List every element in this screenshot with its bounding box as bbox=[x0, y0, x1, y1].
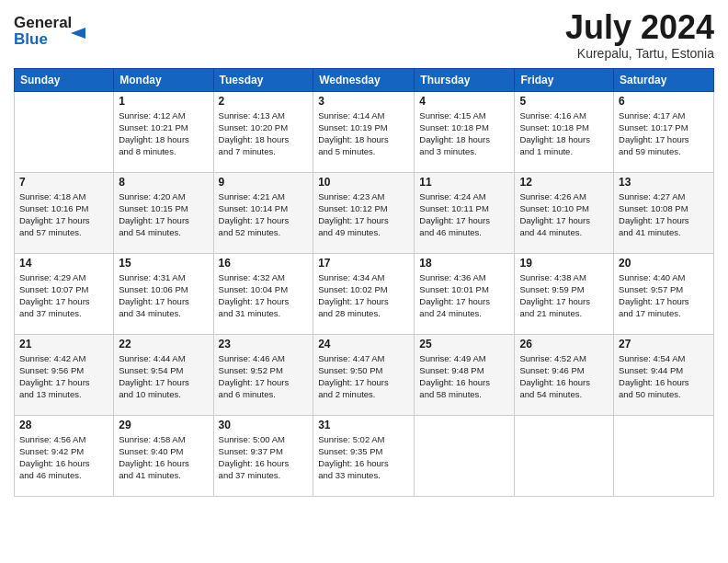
calendar-cell: 16Sunrise: 4:32 AM Sunset: 10:04 PM Dayl… bbox=[213, 253, 313, 334]
calendar-cell: 2Sunrise: 4:13 AM Sunset: 10:20 PM Dayli… bbox=[213, 91, 313, 172]
calendar-week-row: 28Sunrise: 4:56 AM Sunset: 9:42 PM Dayli… bbox=[15, 415, 714, 496]
day-number: 28 bbox=[19, 419, 108, 431]
calendar-week-row: 7Sunrise: 4:18 AM Sunset: 10:16 PM Dayli… bbox=[15, 172, 714, 253]
day-info: Sunrise: 4:29 AM Sunset: 10:07 PM Daylig… bbox=[19, 271, 108, 320]
calendar-body: 1Sunrise: 4:12 AM Sunset: 10:21 PM Dayli… bbox=[15, 91, 714, 496]
day-info: Sunrise: 4:58 AM Sunset: 9:40 PM Dayligh… bbox=[119, 433, 208, 482]
calendar-cell: 25Sunrise: 4:49 AM Sunset: 9:48 PM Dayli… bbox=[415, 334, 515, 415]
day-info: Sunrise: 4:27 AM Sunset: 10:08 PM Daylig… bbox=[619, 190, 709, 239]
col-saturday: Saturday bbox=[614, 68, 714, 91]
col-tuesday: Tuesday bbox=[213, 68, 313, 91]
month-year-title: July 2024 bbox=[565, 9, 714, 46]
day-info: Sunrise: 4:49 AM Sunset: 9:48 PM Dayligh… bbox=[419, 352, 509, 401]
day-info: Sunrise: 4:14 AM Sunset: 10:19 PM Daylig… bbox=[318, 109, 409, 158]
day-number: 15 bbox=[119, 257, 208, 270]
calendar-cell: 20Sunrise: 4:40 AM Sunset: 9:57 PM Dayli… bbox=[614, 253, 714, 334]
day-info: Sunrise: 4:15 AM Sunset: 10:18 PM Daylig… bbox=[419, 109, 509, 158]
calendar-cell: 30Sunrise: 5:00 AM Sunset: 9:37 PM Dayli… bbox=[213, 415, 313, 496]
day-info: Sunrise: 4:52 AM Sunset: 9:46 PM Dayligh… bbox=[519, 352, 609, 401]
day-number: 19 bbox=[519, 257, 609, 270]
day-number: 4 bbox=[419, 95, 509, 108]
logo-svg: General Blue bbox=[14, 9, 97, 50]
calendar-cell: 10Sunrise: 4:23 AM Sunset: 10:12 PM Dayl… bbox=[313, 172, 415, 253]
calendar-page: General Blue July 2024 Kurepalu, Tartu, … bbox=[0, 0, 728, 563]
calendar-cell: 31Sunrise: 5:02 AM Sunset: 9:35 PM Dayli… bbox=[313, 415, 415, 496]
day-number: 8 bbox=[119, 176, 208, 189]
day-info: Sunrise: 4:54 AM Sunset: 9:44 PM Dayligh… bbox=[619, 352, 709, 401]
day-number: 20 bbox=[619, 257, 709, 270]
col-friday: Friday bbox=[515, 68, 614, 91]
day-number: 12 bbox=[519, 176, 609, 189]
day-info: Sunrise: 4:46 AM Sunset: 9:52 PM Dayligh… bbox=[219, 352, 309, 401]
day-number: 31 bbox=[318, 419, 409, 431]
day-number: 2 bbox=[219, 95, 309, 108]
col-thursday: Thursday bbox=[415, 68, 515, 91]
day-number: 30 bbox=[219, 419, 309, 431]
calendar-cell: 4Sunrise: 4:15 AM Sunset: 10:18 PM Dayli… bbox=[415, 91, 515, 172]
calendar-cell: 27Sunrise: 4:54 AM Sunset: 9:44 PM Dayli… bbox=[614, 334, 714, 415]
day-number: 6 bbox=[619, 95, 709, 108]
day-number: 5 bbox=[519, 95, 609, 108]
day-info: Sunrise: 5:00 AM Sunset: 9:37 PM Dayligh… bbox=[219, 433, 309, 482]
svg-marker-2 bbox=[71, 28, 85, 39]
day-info: Sunrise: 4:34 AM Sunset: 10:02 PM Daylig… bbox=[318, 271, 409, 320]
day-info: Sunrise: 4:23 AM Sunset: 10:12 PM Daylig… bbox=[318, 190, 409, 239]
day-info: Sunrise: 4:12 AM Sunset: 10:21 PM Daylig… bbox=[119, 109, 208, 158]
calendar-cell bbox=[15, 91, 114, 172]
calendar-week-row: 1Sunrise: 4:12 AM Sunset: 10:21 PM Dayli… bbox=[15, 91, 714, 172]
day-number: 10 bbox=[318, 176, 409, 189]
day-number: 27 bbox=[619, 338, 709, 350]
logo: General Blue bbox=[14, 9, 97, 50]
day-number: 13 bbox=[619, 176, 709, 189]
calendar-cell: 6Sunrise: 4:17 AM Sunset: 10:17 PM Dayli… bbox=[614, 91, 714, 172]
calendar-cell: 24Sunrise: 4:47 AM Sunset: 9:50 PM Dayli… bbox=[313, 334, 415, 415]
calendar-cell: 23Sunrise: 4:46 AM Sunset: 9:52 PM Dayli… bbox=[213, 334, 313, 415]
calendar-cell: 11Sunrise: 4:24 AM Sunset: 10:11 PM Dayl… bbox=[415, 172, 515, 253]
day-number: 24 bbox=[318, 338, 409, 350]
header-row: Sunday Monday Tuesday Wednesday Thursday… bbox=[15, 68, 714, 91]
calendar-cell: 19Sunrise: 4:38 AM Sunset: 9:59 PM Dayli… bbox=[515, 253, 614, 334]
day-number: 14 bbox=[19, 257, 108, 270]
col-wednesday: Wednesday bbox=[313, 68, 415, 91]
title-block: July 2024 Kurepalu, Tartu, Estonia bbox=[565, 9, 714, 61]
calendar-cell bbox=[614, 415, 714, 496]
day-number: 11 bbox=[419, 176, 509, 189]
day-info: Sunrise: 4:40 AM Sunset: 9:57 PM Dayligh… bbox=[619, 271, 709, 320]
calendar-cell: 7Sunrise: 4:18 AM Sunset: 10:16 PM Dayli… bbox=[15, 172, 114, 253]
calendar-cell: 22Sunrise: 4:44 AM Sunset: 9:54 PM Dayli… bbox=[114, 334, 213, 415]
day-number: 1 bbox=[119, 95, 208, 108]
day-number: 22 bbox=[119, 338, 208, 350]
calendar-cell: 1Sunrise: 4:12 AM Sunset: 10:21 PM Dayli… bbox=[114, 91, 213, 172]
calendar-cell: 14Sunrise: 4:29 AM Sunset: 10:07 PM Dayl… bbox=[15, 253, 114, 334]
day-number: 9 bbox=[219, 176, 309, 189]
day-info: Sunrise: 4:24 AM Sunset: 10:11 PM Daylig… bbox=[419, 190, 509, 239]
calendar-cell: 8Sunrise: 4:20 AM Sunset: 10:15 PM Dayli… bbox=[114, 172, 213, 253]
calendar-cell: 18Sunrise: 4:36 AM Sunset: 10:01 PM Dayl… bbox=[415, 253, 515, 334]
day-number: 16 bbox=[219, 257, 309, 270]
day-number: 17 bbox=[318, 257, 409, 270]
day-info: Sunrise: 4:16 AM Sunset: 10:18 PM Daylig… bbox=[519, 109, 609, 158]
day-number: 21 bbox=[19, 338, 108, 350]
day-info: Sunrise: 4:21 AM Sunset: 10:14 PM Daylig… bbox=[219, 190, 309, 239]
calendar-week-row: 14Sunrise: 4:29 AM Sunset: 10:07 PM Dayl… bbox=[15, 253, 714, 334]
day-info: Sunrise: 4:38 AM Sunset: 9:59 PM Dayligh… bbox=[519, 271, 609, 320]
day-number: 3 bbox=[318, 95, 409, 108]
calendar-cell: 29Sunrise: 4:58 AM Sunset: 9:40 PM Dayli… bbox=[114, 415, 213, 496]
calendar-cell: 26Sunrise: 4:52 AM Sunset: 9:46 PM Dayli… bbox=[515, 334, 614, 415]
calendar-cell: 5Sunrise: 4:16 AM Sunset: 10:18 PM Dayli… bbox=[515, 91, 614, 172]
day-info: Sunrise: 4:32 AM Sunset: 10:04 PM Daylig… bbox=[219, 271, 309, 320]
calendar-cell: 12Sunrise: 4:26 AM Sunset: 10:10 PM Dayl… bbox=[515, 172, 614, 253]
calendar-cell: 9Sunrise: 4:21 AM Sunset: 10:14 PM Dayli… bbox=[213, 172, 313, 253]
day-number: 25 bbox=[419, 338, 509, 350]
calendar-table: Sunday Monday Tuesday Wednesday Thursday… bbox=[14, 68, 714, 497]
day-info: Sunrise: 4:42 AM Sunset: 9:56 PM Dayligh… bbox=[19, 352, 108, 401]
day-info: Sunrise: 4:47 AM Sunset: 9:50 PM Dayligh… bbox=[318, 352, 409, 401]
col-monday: Monday bbox=[114, 68, 213, 91]
calendar-cell: 17Sunrise: 4:34 AM Sunset: 10:02 PM Dayl… bbox=[313, 253, 415, 334]
calendar-cell bbox=[415, 415, 515, 496]
day-info: Sunrise: 4:26 AM Sunset: 10:10 PM Daylig… bbox=[519, 190, 609, 239]
calendar-cell: 13Sunrise: 4:27 AM Sunset: 10:08 PM Dayl… bbox=[614, 172, 714, 253]
day-number: 29 bbox=[119, 419, 208, 431]
day-info: Sunrise: 4:56 AM Sunset: 9:42 PM Dayligh… bbox=[19, 433, 108, 482]
day-number: 7 bbox=[19, 176, 108, 189]
